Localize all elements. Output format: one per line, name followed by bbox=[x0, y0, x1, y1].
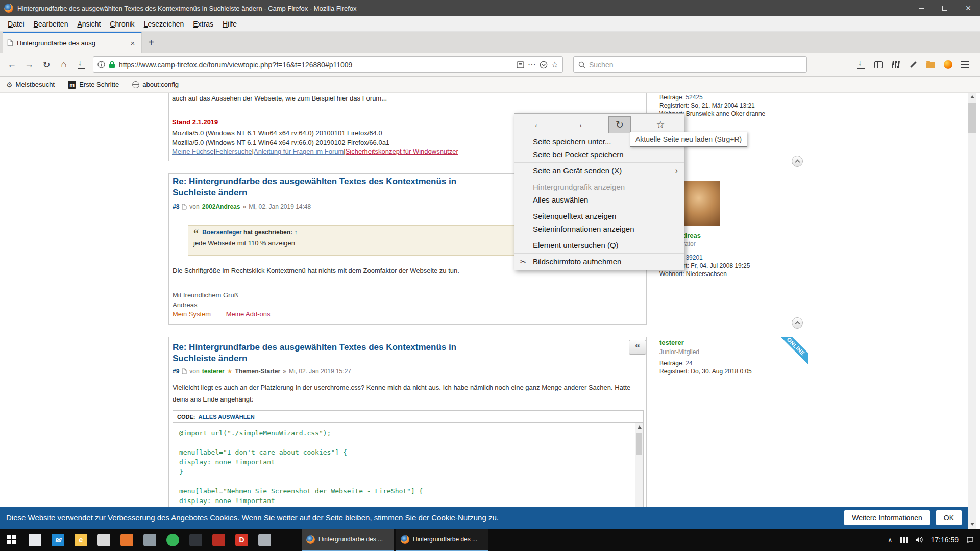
taskbar-window-1[interactable]: Hintergrundfarbe des ... bbox=[302, 529, 394, 551]
taskbar-app-12[interactable] bbox=[276, 529, 299, 551]
maximize-button[interactable] bbox=[933, 0, 957, 16]
scroll-to-top-button[interactable] bbox=[792, 317, 803, 329]
network-icon[interactable] bbox=[900, 537, 908, 543]
sidebar-icon[interactable] bbox=[870, 56, 887, 73]
taskbar-app-5[interactable] bbox=[115, 529, 138, 551]
taskbar-app-10[interactable]: D bbox=[230, 529, 253, 551]
bookmark-meistbesucht[interactable]: ⚙Meistbesucht bbox=[6, 81, 55, 89]
search-input[interactable] bbox=[589, 61, 802, 69]
menu-datei[interactable]: Datei bbox=[3, 18, 29, 30]
taskbar-app-edge[interactable]: e bbox=[69, 529, 92, 551]
taskbar-app-11[interactable] bbox=[253, 529, 276, 551]
active-tab[interactable]: Hintergrundfarbe des ausg × bbox=[3, 32, 142, 53]
link-sicherheitskonzept[interactable]: Sicherheitskonzept für Windowsnutzer bbox=[346, 147, 458, 155]
home-icon[interactable]: ⌂ bbox=[55, 56, 72, 73]
reload-icon[interactable]: ↻ bbox=[608, 116, 631, 133]
save-page-icon[interactable]: ↓ bbox=[72, 56, 90, 73]
url-bar[interactable]: ⋯ ☆ bbox=[93, 56, 563, 73]
post8-number[interactable]: #8 bbox=[173, 203, 179, 210]
menu-item-save-to-pocket[interactable]: Seite bei Pocket speichern bbox=[514, 148, 684, 161]
bookmark-about-config[interactable]: about:config bbox=[132, 81, 179, 88]
hamburger-menu-icon[interactable] bbox=[957, 56, 974, 73]
tab-close-icon[interactable]: × bbox=[128, 39, 137, 47]
menu-item-view-source[interactable]: Seitenquelltext anzeigen bbox=[514, 210, 684, 222]
page-actions-icon[interactable]: ⋯ bbox=[528, 60, 536, 69]
quote-jump-arrow[interactable]: ↑ bbox=[294, 229, 297, 236]
cookie-info-button[interactable]: Weitere Informationen bbox=[844, 510, 929, 525]
start-button[interactable] bbox=[0, 529, 23, 551]
back-icon[interactable]: ← bbox=[3, 56, 20, 73]
pocket-icon[interactable] bbox=[540, 61, 548, 69]
taskbar-app-explorer[interactable] bbox=[92, 529, 115, 551]
post8-title[interactable]: Re: Hintergrundfarbe des ausgewählten Te… bbox=[173, 176, 486, 198]
scrollbar-thumb[interactable] bbox=[636, 433, 642, 455]
bookmark-star-icon[interactable]: ☆ bbox=[551, 60, 558, 69]
menu-item-take-screenshot[interactable]: ✂Bildschirmfoto aufnehmen bbox=[514, 255, 684, 268]
scrollbar-down-icon[interactable] bbox=[970, 523, 974, 526]
scrollbar-thumb[interactable] bbox=[968, 103, 976, 133]
taskbar-app-8[interactable] bbox=[184, 529, 207, 551]
post-doc-icon[interactable] bbox=[182, 204, 187, 210]
taskbar-window-2[interactable]: Hintergrundfarbe des ... bbox=[396, 529, 488, 551]
post9-profile-name[interactable]: testerer bbox=[659, 339, 684, 346]
menu-lesezeichen[interactable]: Lesezeichen bbox=[139, 18, 189, 30]
scrollbar-up-icon[interactable] bbox=[970, 95, 974, 98]
scroll-to-top-button[interactable] bbox=[792, 156, 803, 167]
scrollbar-up-icon[interactable] bbox=[638, 425, 642, 429]
post9-title[interactable]: Re: Hintergrundfarbe des ausgewählten Te… bbox=[173, 342, 486, 364]
search-bar[interactable] bbox=[573, 56, 807, 73]
menu-item-page-info[interactable]: Seiteninformationen anzeigen bbox=[514, 222, 684, 235]
taskbar-clock[interactable]: 17:16:59 bbox=[931, 536, 959, 544]
action-center-icon[interactable] bbox=[966, 536, 974, 543]
post9-number[interactable]: #9 bbox=[173, 368, 179, 375]
menu-item-inspect-element[interactable]: Element untersuchen (Q) bbox=[514, 239, 684, 252]
link-anleitung[interactable]: Anleitung für Fragen im Forum bbox=[254, 147, 344, 155]
link-meine-addons[interactable]: Meine Add-ons bbox=[226, 310, 271, 318]
menu-ansicht[interactable]: Ansicht bbox=[72, 18, 105, 30]
minimize-button[interactable] bbox=[910, 0, 933, 16]
url-input[interactable] bbox=[119, 61, 513, 69]
posts-count-link[interactable]: 52425 bbox=[685, 94, 702, 101]
https-lock-icon[interactable] bbox=[109, 61, 115, 68]
new-tab-button[interactable]: + bbox=[142, 32, 160, 53]
post9-author-link[interactable]: testerer bbox=[202, 368, 225, 375]
cookie-ok-button[interactable]: OK bbox=[936, 510, 962, 525]
taskbar-app-9[interactable] bbox=[207, 529, 230, 551]
forward-icon[interactable]: → bbox=[20, 56, 38, 73]
forward-icon[interactable]: → bbox=[568, 116, 590, 133]
posts-count-link[interactable]: 39201 bbox=[685, 254, 702, 261]
post8-author-link[interactable]: 2002Andreas bbox=[202, 203, 240, 210]
library-icon[interactable] bbox=[887, 56, 904, 73]
code-select-all-link[interactable]: ALLES AUSWÄHLEN bbox=[198, 414, 254, 420]
browser-scrollbar[interactable] bbox=[968, 93, 976, 529]
downloads-icon[interactable]: ↓ bbox=[852, 56, 870, 73]
tray-chevron-icon[interactable]: ∧ bbox=[888, 536, 893, 544]
extension-pen-icon[interactable] bbox=[904, 56, 922, 73]
reader-mode-icon[interactable] bbox=[517, 61, 524, 68]
menu-item-select-all[interactable]: Alles auswählen bbox=[514, 193, 684, 206]
taskbar-app-6[interactable] bbox=[138, 529, 161, 551]
taskbar-app-mail[interactable]: ✉ bbox=[46, 529, 69, 551]
menu-item-send-to-device[interactable]: Seite an Gerät senden (X)› bbox=[514, 164, 684, 177]
bookmark-star-icon[interactable]: ☆ bbox=[649, 116, 672, 133]
taskbar-app-7[interactable] bbox=[161, 529, 184, 551]
link-mein-system[interactable]: Mein System bbox=[173, 310, 211, 318]
reload-icon[interactable]: ↻ bbox=[38, 56, 55, 73]
quote-post-button[interactable]: “ bbox=[629, 340, 646, 355]
back-icon[interactable]: ← bbox=[527, 116, 549, 133]
close-button[interactable]: × bbox=[957, 0, 980, 16]
quote-author-link[interactable]: Boersenfeger bbox=[202, 229, 241, 236]
taskbar-app-firefox[interactable] bbox=[23, 529, 46, 551]
page-info-icon[interactable] bbox=[97, 61, 105, 68]
link-fehlersuche[interactable]: Fehlersuche bbox=[215, 147, 252, 155]
bookmark-erste-schritte[interactable]: mErste Schritte bbox=[68, 81, 119, 89]
link-meine-fuechse[interactable]: Meine Füchse bbox=[172, 147, 214, 155]
speaker-icon[interactable] bbox=[915, 536, 923, 543]
extension-folder-icon[interactable] bbox=[922, 56, 939, 73]
posts-count-link[interactable]: 24 bbox=[685, 360, 692, 367]
menu-bearbeiten[interactable]: Bearbeiten bbox=[29, 18, 73, 30]
extension-fox-icon[interactable] bbox=[939, 56, 957, 73]
menu-extras[interactable]: Extras bbox=[188, 18, 218, 30]
post-doc-icon[interactable] bbox=[182, 368, 187, 374]
menu-hilfe[interactable]: Hilfe bbox=[218, 18, 241, 30]
